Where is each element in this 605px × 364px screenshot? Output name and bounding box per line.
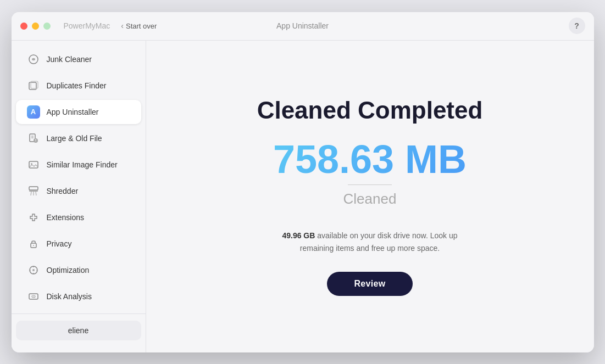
sidebar-item-optimization[interactable]: Optimization [16, 258, 141, 282]
sidebar-item-app-uninstaller[interactable]: A App Uninstaller [16, 100, 141, 124]
privacy-icon [27, 237, 40, 250]
shredder-label: Shredder [47, 187, 79, 195]
disk-analysis-label: Disk Analysis [47, 292, 92, 301]
svg-rect-11 [29, 187, 38, 190]
maximize-button[interactable] [43, 23, 51, 30]
start-over-label: Start over [126, 22, 157, 30]
app-window: PowerMyMac ‹ Start over App Uninstaller … [12, 12, 594, 352]
app-brand-label: PowerMyMac [64, 21, 110, 30]
similar-image-finder-label: Similar Image Finder [47, 160, 118, 169]
svg-line-15 [36, 192, 36, 195]
help-icon: ? [574, 21, 579, 30]
disk-info-description: available on your disk drive now. Look u… [300, 231, 458, 252]
minimize-button[interactable] [32, 23, 39, 30]
app-uninstaller-icon: A [27, 105, 40, 119]
disk-analysis-icon [27, 290, 40, 303]
disk-size-bold: 49.96 GB [282, 231, 315, 240]
disk-info-text: 49.96 GB available on your disk drive no… [282, 229, 458, 254]
amount-section: 758.63 MB Cleaned [273, 139, 467, 223]
svg-point-19 [32, 269, 35, 271]
optimization-label: Optimization [47, 266, 90, 275]
privacy-label: Privacy [47, 239, 72, 248]
shredder-icon [27, 184, 40, 198]
similar-image-finder-icon [27, 158, 40, 171]
large-old-file-label: Large & Old File [47, 134, 102, 143]
svg-rect-12 [29, 190, 38, 192]
titlebar: PowerMyMac ‹ Start over App Uninstaller … [12, 12, 594, 41]
sidebar-item-disk-analysis[interactable]: Disk Analysis [16, 284, 141, 309]
sidebar-footer: eliene [12, 313, 146, 347]
traffic-lights [20, 23, 51, 30]
divider [348, 184, 392, 185]
svg-point-17 [33, 245, 34, 246]
help-button[interactable]: ? [569, 18, 585, 34]
cleaned-amount: 758.63 MB [273, 139, 467, 179]
start-over-button[interactable]: ‹ Start over [121, 21, 157, 30]
cleaned-label: Cleaned [343, 191, 397, 208]
review-button[interactable]: Review [327, 272, 413, 296]
svg-point-8 [35, 141, 36, 141]
chevron-left-icon: ‹ [121, 21, 124, 30]
main-layout: Junk Cleaner Duplicates Finder A App Uni… [12, 41, 594, 352]
svg-line-13 [31, 192, 31, 195]
close-button[interactable] [20, 23, 27, 30]
page-title: App Uninstaller [276, 21, 329, 30]
sidebar-item-shredder[interactable]: Shredder [16, 179, 141, 203]
junk-cleaner-icon [27, 53, 40, 66]
sidebar-item-junk-cleaner[interactable]: Junk Cleaner [16, 47, 141, 71]
sidebar-item-extensions[interactable]: Extensions [16, 205, 141, 229]
extensions-label: Extensions [47, 213, 84, 222]
sidebar-item-large-old-file[interactable]: Large & Old File [16, 126, 141, 150]
sidebar: Junk Cleaner Duplicates Finder A App Uni… [12, 41, 146, 352]
cleaned-completed-title: Cleaned Completed [257, 97, 483, 124]
sidebar-item-privacy[interactable]: Privacy [16, 232, 141, 256]
svg-point-10 [31, 163, 32, 165]
duplicates-finder-label: Duplicates Finder [47, 81, 107, 90]
optimization-icon [27, 264, 40, 277]
app-uninstaller-label: App Uninstaller [47, 108, 99, 116]
main-content: Cleaned Completed 758.63 MB Cleaned 49.9… [146, 41, 594, 352]
extensions-icon [27, 211, 40, 224]
large-old-file-icon [27, 132, 40, 145]
sidebar-item-similar-image-finder[interactable]: Similar Image Finder [16, 153, 141, 177]
junk-cleaner-label: Junk Cleaner [47, 55, 92, 64]
user-button[interactable]: eliene [16, 321, 141, 340]
svg-point-22 [33, 296, 34, 297]
svg-rect-9 [29, 161, 38, 168]
duplicates-finder-icon [27, 79, 40, 92]
sidebar-item-duplicates-finder[interactable]: Duplicates Finder [16, 74, 141, 98]
